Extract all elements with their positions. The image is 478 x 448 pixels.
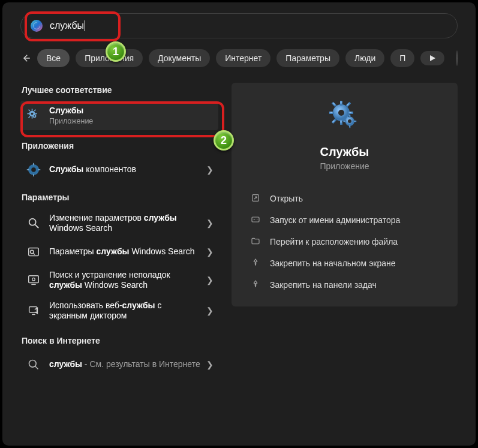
start-search-window: службы Все Приложения Документы Интернет…: [0, 0, 478, 448]
list-item[interactable]: службы - См. результаты в Интернете ❯: [20, 351, 218, 378]
svg-rect-31: [329, 112, 334, 114]
list-item[interactable]: Параметры службы Windows Search ❯: [20, 239, 218, 265]
search-box[interactable]: службы: [20, 13, 458, 38]
action-label: Запуск от имени администратора: [270, 215, 400, 225]
best-match-title: Службы: [49, 106, 214, 116]
svg-rect-30: [340, 120, 342, 125]
search-icon: [31, 20, 43, 32]
filter-bar: Все Приложения Документы Интернет Параме…: [20, 49, 458, 67]
action-open-location[interactable]: Перейти к расположению файла: [247, 231, 442, 252]
svg-rect-16: [27, 169, 29, 170]
svg-point-26: [29, 360, 37, 367]
search-settings-icon: [25, 215, 42, 231]
svg-rect-3: [27, 113, 29, 115]
svg-rect-42: [353, 121, 356, 122]
svg-rect-33: [331, 102, 336, 107]
chevron-right-icon: ❯: [206, 275, 214, 285]
narrator-icon: [25, 302, 42, 319]
svg-rect-2: [32, 117, 33, 119]
panel-subtitle: Приложение: [247, 161, 442, 171]
svg-point-18: [29, 219, 36, 225]
filter-internet[interactable]: Интернет: [216, 49, 270, 67]
svg-rect-25: [29, 307, 37, 312]
svg-rect-32: [348, 112, 353, 114]
filter-more[interactable]: П: [390, 49, 414, 67]
services-icon: [25, 107, 42, 124]
svg-rect-8: [34, 109, 36, 111]
section-settings: Параметры: [22, 193, 218, 202]
action-label: Закрепить на начальном экране: [270, 258, 396, 268]
svg-rect-35: [331, 119, 336, 124]
list-item[interactable]: Изменение параметров службы Windows Sear…: [20, 208, 218, 239]
action-pin-start[interactable]: Закрепить на начальном экране: [247, 252, 442, 274]
svg-rect-40: [349, 125, 350, 128]
back-button[interactable]: [20, 50, 31, 67]
svg-rect-39: [349, 115, 350, 117]
action-label: Перейти к расположению файла: [270, 237, 398, 246]
svg-rect-15: [33, 174, 34, 176]
section-apps: Приложения: [22, 141, 218, 151]
svg-rect-17: [38, 169, 41, 170]
svg-rect-4: [35, 113, 37, 115]
component-services-icon: [25, 161, 42, 178]
filter-play[interactable]: [420, 51, 444, 65]
panel-title: Службы: [247, 145, 442, 159]
svg-point-43: [348, 119, 351, 123]
chevron-right-icon: ❯: [206, 165, 214, 175]
best-match-subtitle: Приложение: [49, 117, 214, 125]
list-item[interactable]: Использовать веб-службы с экранным дикто…: [20, 296, 218, 326]
svg-rect-5: [28, 109, 30, 111]
filter-people[interactable]: Люди: [345, 49, 384, 67]
search-settings-icon: [25, 243, 42, 260]
best-match-item[interactable]: Службы Приложение: [20, 101, 218, 130]
action-label: Открыть: [270, 194, 303, 203]
svg-rect-1: [32, 109, 33, 111]
svg-rect-45: [252, 217, 259, 222]
svg-point-37: [338, 110, 344, 116]
filter-apps[interactable]: Приложения: [76, 49, 143, 67]
svg-rect-23: [29, 276, 39, 283]
svg-rect-41: [343, 121, 345, 122]
filter-all[interactable]: Все: [37, 49, 70, 67]
search-text: службы: [50, 20, 85, 32]
svg-point-13: [31, 167, 36, 172]
svg-line-27: [35, 366, 38, 369]
svg-point-9: [31, 113, 34, 115]
pin-icon: [251, 258, 261, 269]
action-label: Закрепить на панели задач: [270, 280, 377, 290]
chevron-right-icon: ❯: [206, 247, 214, 257]
chevron-right-icon: ❯: [206, 360, 214, 369]
svg-line-22: [33, 252, 35, 254]
admin-icon: [251, 215, 261, 225]
list-item[interactable]: Поиск и устранение неполадок службы Wind…: [20, 265, 218, 296]
svg-line-19: [35, 225, 39, 228]
action-run-admin[interactable]: Запуск от имени администратора: [247, 209, 442, 231]
pin-icon: [251, 279, 261, 290]
svg-rect-29: [340, 101, 342, 106]
services-large-icon: [326, 97, 364, 136]
user-avatar[interactable]: [456, 50, 458, 66]
filter-settings[interactable]: Параметры: [276, 49, 339, 67]
chevron-right-icon: ❯: [206, 306, 214, 315]
chevron-right-icon: ❯: [206, 218, 214, 228]
web-search-icon: [25, 356, 42, 373]
action-pin-taskbar[interactable]: Закрепить на панели задач: [247, 274, 442, 296]
filter-documents[interactable]: Документы: [149, 49, 210, 67]
section-best-match: Лучшее соответствие: [22, 85, 218, 95]
svg-point-11: [34, 116, 35, 117]
svg-rect-14: [33, 163, 34, 165]
section-web: Поиск в Интернете: [22, 336, 218, 345]
svg-rect-36: [345, 102, 350, 107]
folder-icon: [251, 236, 261, 247]
svg-point-24: [32, 278, 35, 281]
troubleshoot-icon: [25, 272, 42, 288]
action-open[interactable]: Открыть: [247, 188, 442, 209]
list-item[interactable]: Службы компонентов ❯: [20, 157, 218, 183]
open-icon: [251, 193, 261, 204]
svg-rect-7: [28, 116, 30, 118]
details-panel: Службы Приложение Открыть Запуск от имен…: [232, 83, 458, 306]
